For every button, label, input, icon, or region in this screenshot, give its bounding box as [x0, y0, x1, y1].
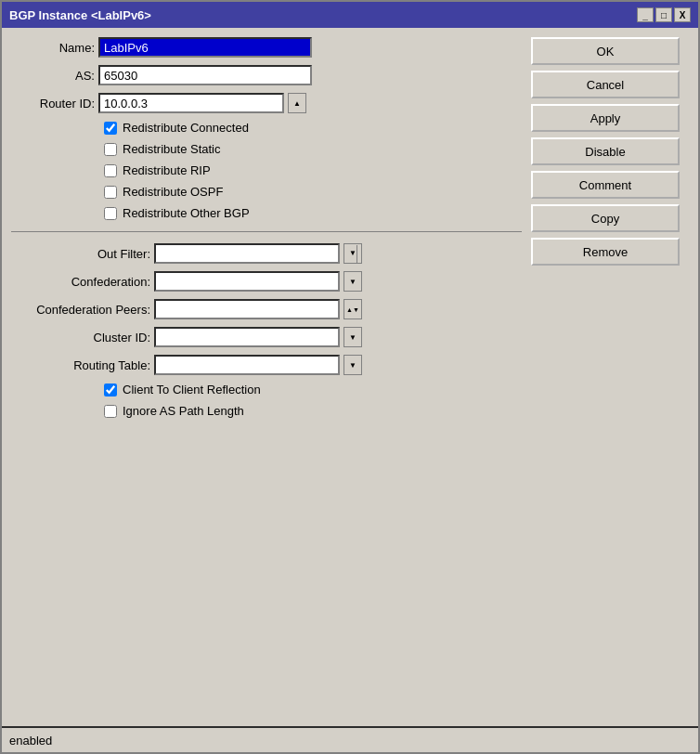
- as-input[interactable]: [98, 65, 312, 85]
- window-title: BGP Instance <LabIPv6>: [9, 8, 151, 22]
- name-label: Name:: [11, 41, 95, 55]
- redistribute-ospf-row: Redistribute OSPF: [11, 185, 522, 199]
- close-button[interactable]: X: [674, 7, 691, 22]
- routing-table-label: Routing Table:: [11, 358, 150, 372]
- confederation-peers-input[interactable]: [154, 299, 340, 319]
- main-panel: Name: AS: Router ID: Redistribute Connec…: [11, 37, 522, 717]
- bgp-instance-window: BGP Instance <LabIPv6> _ □ X Name: AS: R…: [0, 0, 700, 754]
- redistribute-other-bgp-row: Redistribute Other BGP: [11, 206, 522, 220]
- confederation-peers-spin-button[interactable]: [344, 299, 362, 319]
- redistribute-other-bgp-checkbox[interactable]: [104, 207, 117, 220]
- redistribute-ospf-checkbox[interactable]: [104, 186, 117, 199]
- ignore-as-path-label: Ignore AS Path Length: [123, 404, 244, 418]
- remove-button[interactable]: Remove: [531, 238, 680, 266]
- as-row: AS:: [11, 65, 522, 85]
- routing-table-input[interactable]: [154, 355, 340, 375]
- out-filter-dropdown-button[interactable]: ▼: [344, 243, 362, 264]
- status-text: enabled: [9, 734, 52, 748]
- as-label: AS:: [11, 69, 95, 83]
- out-filter-label: Out Filter:: [11, 247, 150, 261]
- ignore-as-path-checkbox[interactable]: [104, 405, 117, 418]
- redistribute-static-row: Redistribute Static: [11, 142, 522, 156]
- router-id-label: Router ID:: [11, 97, 95, 110]
- out-filter-input[interactable]: [154, 243, 340, 264]
- client-to-client-checkbox[interactable]: [104, 384, 117, 396]
- router-id-up-button[interactable]: [288, 93, 306, 113]
- redistribute-connected-row: Redistribute Connected: [11, 121, 522, 135]
- confederation-input[interactable]: [154, 271, 340, 292]
- titlebar-buttons: _ □ X: [637, 7, 691, 22]
- router-id-row: Router ID:: [11, 93, 522, 113]
- redistribute-rip-label: Redistribute RIP: [123, 163, 211, 177]
- redistribute-static-checkbox[interactable]: [104, 143, 117, 156]
- redistribute-other-bgp-label: Redistribute Other BGP: [123, 206, 250, 220]
- routing-table-row: Routing Table:: [11, 355, 522, 375]
- apply-button[interactable]: Apply: [531, 104, 680, 132]
- redistribute-connected-checkbox[interactable]: [104, 122, 117, 135]
- client-to-client-row: Client To Client Reflection: [11, 383, 522, 396]
- ok-button[interactable]: OK: [531, 37, 680, 65]
- name-input[interactable]: [98, 37, 312, 58]
- redistribute-ospf-label: Redistribute OSPF: [123, 185, 223, 199]
- copy-button[interactable]: Copy: [531, 204, 680, 232]
- router-id-input[interactable]: [98, 93, 284, 113]
- confederation-peers-label: Confederation Peers:: [11, 303, 150, 317]
- sidebar: OK Cancel Apply Disable Comment Copy Rem…: [531, 37, 689, 717]
- comment-button[interactable]: Comment: [531, 171, 680, 199]
- cancel-button[interactable]: Cancel: [531, 71, 680, 98]
- confederation-row: Confederation:: [11, 271, 522, 292]
- confederation-label: Confederation:: [11, 275, 150, 289]
- disable-button[interactable]: Disable: [531, 137, 680, 165]
- redistribute-rip-row: Redistribute RIP: [11, 163, 522, 177]
- restore-button[interactable]: □: [655, 7, 672, 22]
- titlebar: BGP Instance <LabIPv6> _ □ X: [2, 2, 698, 28]
- name-row: Name:: [11, 37, 522, 58]
- redistribute-connected-label: Redistribute Connected: [123, 121, 249, 135]
- content-area: Name: AS: Router ID: Redistribute Connec…: [2, 28, 698, 726]
- confederation-dropdown-button[interactable]: [344, 271, 362, 292]
- routing-table-dropdown-button[interactable]: [344, 355, 362, 375]
- statusbar: enabled: [2, 726, 698, 752]
- cluster-id-dropdown-button[interactable]: [344, 327, 362, 347]
- minimize-button[interactable]: _: [637, 7, 654, 22]
- redistribute-static-label: Redistribute Static: [123, 142, 221, 156]
- ignore-as-path-row: Ignore AS Path Length: [11, 404, 522, 418]
- cluster-id-input[interactable]: [154, 327, 340, 347]
- cluster-id-row: Cluster ID:: [11, 327, 522, 347]
- separator: [11, 231, 522, 232]
- redistribute-rip-checkbox[interactable]: [104, 164, 117, 177]
- out-filter-row: Out Filter: ▼: [11, 243, 522, 264]
- cluster-id-label: Cluster ID:: [11, 331, 150, 344]
- confederation-peers-row: Confederation Peers:: [11, 299, 522, 319]
- client-to-client-label: Client To Client Reflection: [123, 383, 261, 396]
